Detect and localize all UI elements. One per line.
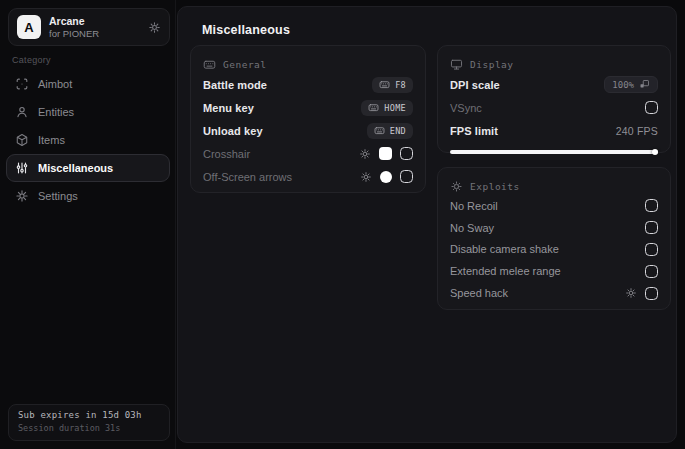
sidebar-item-label: Items bbox=[38, 134, 65, 146]
vsync-row: VSync bbox=[450, 96, 658, 119]
crosshair-color-swatch[interactable] bbox=[379, 147, 392, 160]
no-recoil-row: No Recoil bbox=[450, 195, 658, 217]
sidebar-nav: Aimbot Entities Items Miscellaneous bbox=[6, 70, 170, 210]
keyboard-icon bbox=[374, 125, 385, 136]
battle-mode-row: Battle mode F8 bbox=[203, 73, 413, 96]
gear-icon bbox=[15, 189, 29, 203]
fps-limit-slider[interactable] bbox=[450, 148, 658, 155]
speed-hack-label: Speed hack bbox=[450, 287, 508, 299]
fps-limit-label: FPS limit bbox=[450, 125, 498, 137]
sidebar-item-entities[interactable]: Entities bbox=[6, 98, 170, 126]
category-label: Category bbox=[12, 55, 51, 65]
menu-key-keybind[interactable]: HOME bbox=[361, 100, 413, 116]
vsync-checkbox[interactable] bbox=[645, 101, 658, 114]
unload-key-row: Unload key END bbox=[203, 119, 413, 142]
disable-camera-shake-checkbox[interactable] bbox=[645, 243, 658, 256]
battle-mode-keybind[interactable]: F8 bbox=[372, 77, 413, 93]
viewfinder-icon bbox=[15, 77, 29, 91]
dpi-scale-select[interactable]: 100% bbox=[604, 76, 658, 93]
speed-hack-checkbox[interactable] bbox=[645, 287, 658, 300]
disable-camera-shake-label: Disable camera shake bbox=[450, 243, 559, 255]
slider-knob[interactable] bbox=[652, 149, 659, 156]
sidebar-item-aimbot[interactable]: Aimbot bbox=[6, 70, 170, 98]
app-name: Arcane bbox=[49, 15, 148, 28]
subscription-card: Sub expires in 15d 03h Session duration … bbox=[8, 404, 170, 441]
fps-limit-row: FPS limit 240 FPS bbox=[450, 119, 658, 142]
no-sway-checkbox[interactable] bbox=[645, 221, 658, 234]
sidebar-item-label: Settings bbox=[38, 190, 78, 202]
unload-key-keybind[interactable]: END bbox=[367, 123, 413, 139]
sidebar-item-label: Miscellaneous bbox=[38, 162, 113, 174]
crosshair-checkbox[interactable] bbox=[400, 147, 413, 160]
sub-expires-text: Sub expires in 15d 03h bbox=[18, 410, 160, 420]
session-duration-text: Session duration 31s bbox=[18, 423, 160, 433]
no-recoil-checkbox[interactable] bbox=[645, 199, 658, 212]
menu-key-label: Menu key bbox=[203, 102, 254, 114]
scale-icon bbox=[639, 79, 650, 90]
slider-track bbox=[450, 150, 658, 154]
disable-camera-shake-row: Disable camera shake bbox=[450, 239, 658, 261]
extended-melee-range-label: Extended melee range bbox=[450, 265, 561, 277]
keyboard-icon bbox=[203, 58, 216, 71]
no-sway-row: No Sway bbox=[450, 217, 658, 239]
offscreen-arrows-label: Off-Screen arrows bbox=[203, 171, 292, 183]
no-sway-label: No Sway bbox=[450, 222, 494, 234]
person-icon bbox=[15, 105, 29, 119]
app-subtitle: for PIONER bbox=[49, 28, 148, 40]
cube-icon bbox=[15, 133, 29, 147]
gear-icon[interactable] bbox=[359, 148, 371, 160]
monitor-icon bbox=[450, 58, 463, 71]
page-title: Miscellaneous bbox=[202, 23, 290, 37]
speed-hack-row: Speed hack bbox=[450, 282, 658, 304]
general-panel: General Battle mode F8 Menu key HOME bbox=[190, 45, 426, 193]
keyboard-icon bbox=[368, 102, 379, 113]
gear-icon[interactable] bbox=[360, 171, 372, 183]
dpi-scale-row: DPI scale 100% bbox=[450, 73, 658, 96]
no-recoil-label: No Recoil bbox=[450, 200, 498, 212]
offscreen-arrows-row: Off-Screen arrows bbox=[203, 165, 413, 188]
gear-icon[interactable] bbox=[148, 21, 161, 34]
sidebar-item-items[interactable]: Items bbox=[6, 126, 170, 154]
display-panel: Display DPI scale 100% VSync FPS limit 2… bbox=[437, 45, 671, 153]
menu-key-row: Menu key HOME bbox=[203, 96, 413, 119]
sidebar-item-settings[interactable]: Settings bbox=[6, 182, 170, 210]
sidebar: A Arcane for PIONER Category Aimbot Enti… bbox=[0, 0, 176, 449]
extended-melee-range-row: Extended melee range bbox=[450, 260, 658, 282]
exploits-panel: Exploits No Recoil No Sway Disable camer… bbox=[437, 167, 671, 310]
crosshair-row: Crosshair bbox=[203, 142, 413, 165]
general-panel-title: General bbox=[223, 59, 267, 70]
exploits-panel-title: Exploits bbox=[470, 181, 520, 192]
battle-mode-label: Battle mode bbox=[203, 79, 267, 91]
gear-icon[interactable] bbox=[625, 287, 637, 299]
sidebar-item-label: Aimbot bbox=[38, 78, 72, 90]
virus-icon bbox=[450, 180, 463, 193]
keyboard-icon bbox=[379, 79, 390, 90]
dpi-scale-label: DPI scale bbox=[450, 79, 500, 91]
app-window: A Arcane for PIONER Category Aimbot Enti… bbox=[0, 0, 685, 449]
unload-key-label: Unload key bbox=[203, 125, 263, 137]
main-content: Miscellaneous General Battle mode F8 Men… bbox=[177, 6, 677, 443]
crosshair-label: Crosshair bbox=[203, 148, 250, 160]
brand-card: A Arcane for PIONER bbox=[8, 8, 170, 46]
display-panel-title: Display bbox=[470, 59, 514, 70]
vsync-label: VSync bbox=[450, 102, 482, 114]
offscreen-arrows-color-swatch[interactable] bbox=[380, 171, 392, 183]
sidebar-item-label: Entities bbox=[38, 106, 74, 118]
fps-limit-value: 240 FPS bbox=[616, 125, 658, 137]
sidebar-item-miscellaneous[interactable]: Miscellaneous bbox=[6, 154, 170, 182]
app-logo: A bbox=[17, 15, 41, 39]
sliders-icon bbox=[15, 161, 29, 175]
extended-melee-range-checkbox[interactable] bbox=[645, 265, 658, 278]
offscreen-arrows-checkbox[interactable] bbox=[400, 170, 413, 183]
